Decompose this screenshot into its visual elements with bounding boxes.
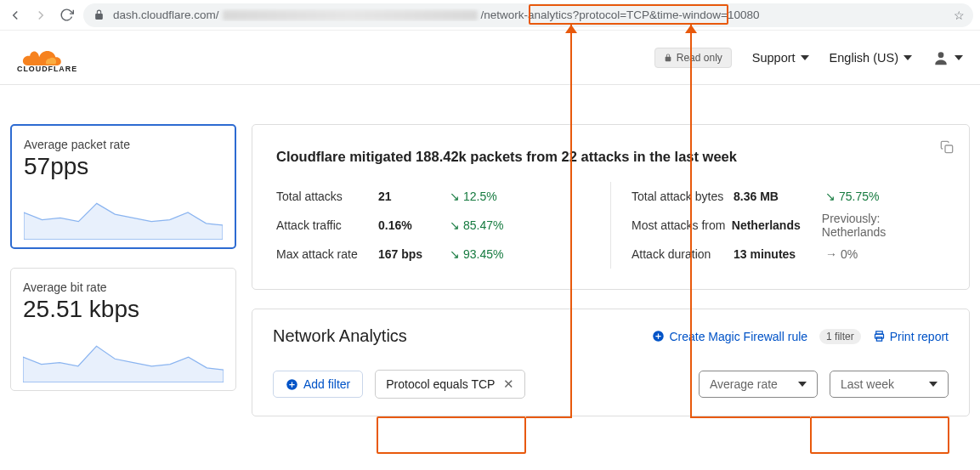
summary-row: Attack traffic0.16%↘85.47% (276, 211, 590, 240)
svg-rect-2 (945, 145, 953, 153)
metric-value: 167 bps (378, 247, 450, 261)
metric-value: 13 minutes (734, 247, 825, 261)
url-path: /network-analytics (481, 8, 573, 21)
svg-point-1 (938, 52, 944, 58)
arrow-down-right-icon: ↘ (450, 190, 460, 203)
metric-label: Total attack bytes (632, 190, 734, 203)
create-firewall-rule-link[interactable]: Create Magic Firewall rule (652, 330, 807, 343)
metric-value: Netherlands (732, 218, 822, 232)
summary-col-left: Total attacks21↘12.5%Attack traffic0.16%… (276, 182, 610, 269)
annotation-line-right-h (690, 416, 810, 418)
annotation-time-select-box (810, 416, 949, 454)
metric-label: Attack traffic (276, 218, 378, 232)
filter-chip-protocol[interactable]: Protocol equals TCP ✕ (375, 370, 525, 399)
main-content: Average packet rate 57pps Average bit ra… (0, 85, 980, 416)
sparkline-bit-rate (23, 328, 224, 382)
remove-filter-icon[interactable]: ✕ (503, 377, 514, 392)
arrow-down-right-icon: ↘ (450, 247, 460, 261)
card-avg-bit-rate[interactable]: Average bit rate 25.51 kbps (10, 268, 236, 391)
url-blurred-segment (223, 10, 478, 20)
metric-label: Total attacks (276, 190, 378, 203)
card-value: 57pps (24, 153, 223, 180)
metric-delta: ↘93.45% (450, 247, 503, 261)
right-column: Cloudflare mitigated 188.42k packets fro… (252, 124, 970, 416)
summary-row: Total attacks21↘12.5% (276, 182, 590, 211)
plus-circle-icon (286, 378, 298, 391)
svg-text:CLOUDFLARE: CLOUDFLARE (17, 64, 77, 72)
metric-label: Attack duration (632, 247, 734, 261)
plus-circle-icon (652, 330, 665, 343)
filter-chip-label: Protocol equals TCP (386, 377, 495, 391)
print-report-link[interactable]: Print report (873, 330, 949, 343)
metric-delta: Previously: Netherlands (822, 212, 945, 239)
sparkline-packet-rate (24, 185, 223, 240)
summary-row: Max attack rate167 bps↘93.45% (276, 240, 590, 269)
arrow-down-right-icon: ↘ (450, 218, 460, 232)
metric-label: Max attack rate (276, 247, 378, 261)
metric-delta: → 0% (825, 247, 858, 261)
lock-icon (93, 9, 105, 20)
network-analytics-card: Network Analytics Create Magic Firewall … (252, 309, 970, 416)
summary-row: Attack duration13 minutes→ 0% (632, 240, 945, 269)
read-only-badge: Read only (654, 48, 732, 68)
caret-down-icon (801, 55, 809, 60)
metric-value: 0.16% (378, 218, 450, 232)
caret-down-icon (955, 55, 963, 60)
language-dropdown[interactable]: English (US) (830, 51, 912, 65)
url-text: dash.cloudflare.com/ /network-analytics … (113, 8, 760, 21)
annotation-line-left-h (526, 416, 572, 418)
card-label: Average packet rate (24, 138, 223, 151)
lock-icon (664, 54, 672, 62)
card-label: Average bit rate (23, 280, 224, 294)
copy-icon[interactable] (940, 140, 954, 156)
app-bar: CLOUDFLARE Read only Support English (US… (0, 31, 980, 85)
back-icon[interactable] (7, 7, 24, 24)
annotation-filter-chip-box (377, 416, 526, 454)
browser-chrome: dash.cloudflare.com/ /network-analytics … (0, 0, 980, 31)
star-icon[interactable]: ☆ (954, 8, 965, 22)
rate-mode-select[interactable]: Average rate (699, 371, 818, 398)
left-column: Average packet rate 57pps Average bit ra… (10, 124, 236, 416)
summary-col-right: Total attack bytes8.36 MB↘ 75.75%Most at… (610, 182, 945, 269)
print-icon (873, 330, 886, 343)
na-title: Network Analytics (273, 326, 407, 346)
caret-down-icon (904, 55, 912, 60)
add-filter-button[interactable]: Add filter (273, 371, 363, 398)
summary-row: Most attacks fromNetherlands Previously:… (632, 211, 945, 240)
metric-delta: ↘ 75.75% (825, 190, 879, 203)
support-dropdown[interactable]: Support (752, 51, 809, 65)
metric-delta: ↘12.5% (450, 190, 497, 203)
summary-row: Total attack bytes8.36 MB↘ 75.75% (632, 182, 945, 211)
metric-value: 8.36 MB (734, 190, 825, 203)
card-avg-packet-rate[interactable]: Average packet rate 57pps (10, 124, 236, 249)
metric-value: 21 (378, 190, 450, 203)
url-host: dash.cloudflare.com/ (113, 8, 219, 21)
metric-delta: ↘85.47% (450, 218, 503, 232)
summary-headline: Cloudflare mitigated 188.42k packets fro… (276, 149, 945, 165)
arrow-icon: → (825, 247, 837, 261)
card-value: 25.51 kbps (23, 296, 224, 323)
metric-label: Most attacks from (632, 218, 732, 232)
filter-count-pill: 1 filter (819, 329, 861, 344)
url-bar[interactable]: dash.cloudflare.com/ /network-analytics … (83, 3, 973, 27)
summary-card: Cloudflare mitigated 188.42k packets fro… (252, 124, 970, 290)
read-only-label: Read only (677, 52, 722, 64)
time-window-select[interactable]: Last week (830, 371, 949, 398)
caret-down-icon (798, 382, 807, 387)
account-menu[interactable] (932, 49, 963, 66)
caret-down-icon (929, 382, 938, 387)
arrow-icon: ↘ (825, 190, 836, 203)
reload-icon[interactable] (58, 7, 75, 24)
forward-icon[interactable] (32, 7, 49, 24)
url-query: ?protocol=TCP&time-window=10080 (573, 8, 760, 21)
user-icon (932, 49, 949, 66)
cloudflare-logo[interactable]: CLOUDFLARE (17, 41, 110, 75)
